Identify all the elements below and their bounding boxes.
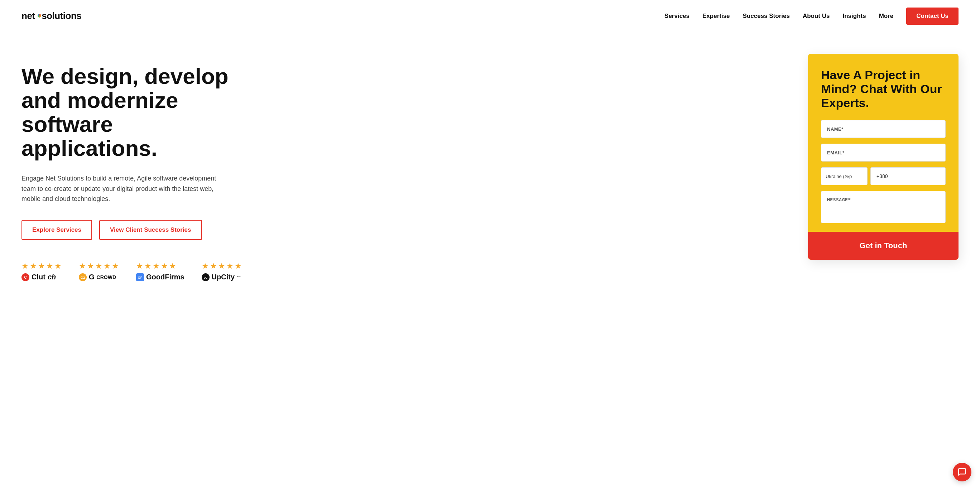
star-2: ★ — [30, 261, 37, 271]
svg-text:G2: G2 — [81, 276, 85, 279]
hero-buttons: Explore Services View Client Success Sto… — [21, 220, 787, 240]
nav-more[interactable]: More — [879, 13, 894, 20]
ratings-row: ★ ★ ★ ★ ★ C Clutch ★ ★ — [21, 261, 787, 281]
star-5: ★ — [54, 261, 62, 271]
hero-section: We design, develop and modernize softwar… — [0, 32, 980, 490]
star-1: ★ — [21, 261, 29, 271]
hero-right: Have A Project in Mind? Chat With Our Ex… — [808, 54, 959, 260]
star-3: ★ — [38, 261, 45, 271]
g2crowd-brand: G2 GCROWD — [79, 273, 116, 281]
svg-text:UC: UC — [204, 277, 207, 279]
svg-text:C: C — [24, 275, 27, 279]
svg-text:GF: GF — [138, 276, 143, 279]
hero-subtext: Engage Net Solutions to build a remote, … — [21, 173, 222, 204]
header: net solutions Services Expertise Success… — [0, 0, 980, 32]
country-select[interactable]: Ukraine (Укр — [821, 167, 867, 185]
nav-services[interactable]: Services — [665, 13, 689, 20]
logo[interactable]: net solutions — [21, 10, 81, 21]
phone-input[interactable] — [870, 167, 946, 185]
email-input[interactable] — [821, 144, 946, 162]
logo-dot — [38, 14, 41, 18]
email-field-group — [821, 144, 946, 162]
name-field-group — [821, 120, 946, 138]
goodfirms-rating: ★ ★ ★ ★ ★ GF GoodFirms — [136, 261, 185, 281]
get-in-touch-button[interactable]: Get in Touch — [808, 232, 959, 260]
upcity-stars: ★ ★ ★ ★ ★ — [202, 261, 242, 271]
upcity-icon: UC — [202, 273, 210, 281]
clutch-brand: C Clutch — [21, 273, 56, 281]
goodfirms-icon: GF — [136, 273, 144, 281]
nav-insights[interactable]: Insights — [842, 13, 866, 20]
star-4: ★ — [46, 261, 53, 271]
contact-us-button[interactable]: Contact Us — [906, 8, 959, 25]
contact-card: Have A Project in Mind? Chat With Our Ex… — [808, 54, 959, 260]
chat-widget-button[interactable] — [953, 463, 971, 481]
clutch-icon: C — [21, 273, 29, 281]
message-field-group — [821, 191, 946, 224]
explore-services-button[interactable]: Explore Services — [21, 220, 92, 240]
clutch-rating: ★ ★ ★ ★ ★ C Clutch — [21, 261, 62, 281]
phone-field-group: Ukraine (Укр — [821, 167, 946, 185]
goodfirms-stars: ★ ★ ★ ★ ★ — [136, 261, 176, 271]
chat-icon — [958, 468, 967, 477]
hero-left: We design, develop and modernize softwar… — [21, 54, 787, 281]
clutch-stars: ★ ★ ★ ★ ★ — [21, 261, 62, 271]
nav-success-stories[interactable]: Success Stories — [743, 13, 790, 20]
contact-card-title: Have A Project in Mind? Chat With Our Ex… — [821, 68, 946, 110]
g2crowd-icon: G2 — [79, 273, 87, 281]
g2crowd-rating: ★ ★ ★ ★ ★ G2 GCROWD — [79, 261, 119, 281]
nav-about-us[interactable]: About Us — [803, 13, 830, 20]
g2crowd-stars: ★ ★ ★ ★ ★ — [79, 261, 119, 271]
upcity-brand: UC UpCity™ — [202, 273, 241, 281]
name-input[interactable] — [821, 120, 946, 138]
message-input[interactable] — [821, 191, 946, 223]
nav-expertise[interactable]: Expertise — [702, 13, 730, 20]
main-nav: Services Expertise Success Stories About… — [665, 8, 959, 25]
goodfirms-brand: GF GoodFirms — [136, 273, 185, 281]
view-success-stories-button[interactable]: View Client Success Stories — [99, 220, 202, 240]
upcity-rating: ★ ★ ★ ★ ★ UC UpCity™ — [202, 261, 242, 281]
hero-headline: We design, develop and modernize softwar… — [21, 64, 243, 161]
